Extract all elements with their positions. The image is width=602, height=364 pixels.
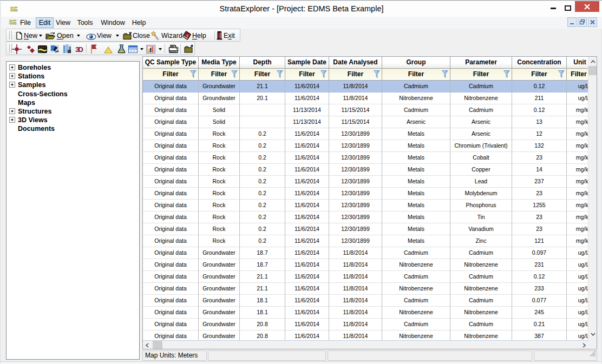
svg-text:3D: 3D: [75, 45, 83, 54]
svg-text:?: ?: [186, 34, 189, 39]
